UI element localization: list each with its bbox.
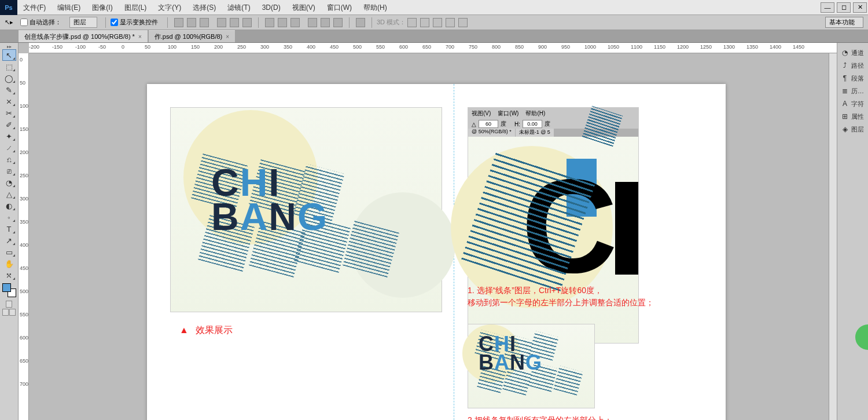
menu-layer[interactable]: 图层(L) xyxy=(119,0,153,15)
eraser-tool[interactable]: ⎚ xyxy=(2,165,16,177)
paragraph-icon: ¶ xyxy=(841,74,849,82)
align-icon[interactable] xyxy=(200,18,209,27)
separator xyxy=(258,17,259,28)
window-controls: — ◻ ✕ xyxy=(819,1,868,14)
options-bar: ↖▸ 自动选择： 图层 显示变换控件 3D 模式： 基本功能 xyxy=(0,15,868,30)
menu-3d[interactable]: 3D(D) xyxy=(256,0,286,15)
screen-mode xyxy=(0,309,18,316)
auto-select-checkbox[interactable]: 自动选择： xyxy=(20,18,61,27)
3d-icon[interactable] xyxy=(446,18,455,27)
dock-paragraph[interactable]: ¶段落 xyxy=(837,72,868,85)
dock-history[interactable]: ≣历… xyxy=(837,85,868,97)
brush-tool[interactable]: ✦ xyxy=(2,130,16,142)
document-tab[interactable]: 作.psd @ 100%(RGB/8) × xyxy=(149,30,235,42)
canvas[interactable]: CHI BANG ▲ 效果展示 视图(V) 窗口(W) 帮助(H) xyxy=(29,53,829,420)
tab-close-icon[interactable]: × xyxy=(226,34,229,40)
3d-icon[interactable] xyxy=(458,18,468,27)
ruler-vertical: 0501001502002503003504004505005506006507… xyxy=(19,53,29,420)
menu-help[interactable]: 帮助(H) xyxy=(358,0,393,15)
align-icon[interactable] xyxy=(230,18,239,27)
marquee-tool[interactable]: ⬚ xyxy=(2,61,16,72)
menu-window[interactable]: 窗口(W) xyxy=(321,0,358,15)
distribute-icon[interactable] xyxy=(333,18,343,27)
menu-file[interactable]: 文件(F) xyxy=(17,0,52,15)
standard-mode[interactable] xyxy=(6,301,12,308)
channels-icon: ◔ xyxy=(841,49,849,57)
angle-icon: △ xyxy=(472,121,476,127)
scrollbar-vertical[interactable] xyxy=(829,53,837,420)
menu-filter[interactable]: 滤镜(T) xyxy=(222,0,256,15)
shape-tool[interactable]: ▭ xyxy=(2,246,16,258)
mask-mode xyxy=(0,301,18,308)
align-icon[interactable] xyxy=(242,18,252,27)
mini-menu-help[interactable]: 帮助(H) xyxy=(525,109,545,118)
dodge-tool[interactable]: ◐ xyxy=(2,200,16,211)
properties-icon: ⊞ xyxy=(841,112,849,120)
minimize-button[interactable]: — xyxy=(821,2,834,13)
show-transform-checkbox[interactable]: 显示变换控件 xyxy=(111,18,158,27)
angle-input[interactable] xyxy=(479,120,498,128)
tab-label: 创意线条字步骤.psd @ 100%(RGB/8) * xyxy=(24,32,135,41)
blur-tool[interactable]: △ xyxy=(2,188,16,200)
maximize-button[interactable]: ◻ xyxy=(837,2,851,13)
distribute-icon[interactable] xyxy=(278,18,287,27)
toolbox: ▸▸ ↖ ⬚ ◯ ✎ ⨯ ✂ ✐ ✦ ⟋ ⎌ ⎚ ◔ △ ◐ ◦ T ↗ ▭ ✋… xyxy=(0,43,19,420)
move-tool-icon[interactable]: ↖▸ xyxy=(5,19,13,26)
zoom-tool[interactable]: ⤲ xyxy=(2,269,16,281)
menu-edit[interactable]: 编辑(E) xyxy=(52,0,86,15)
dock-properties[interactable]: ⊞属性 xyxy=(837,110,868,123)
mini-menu-view[interactable]: 视图(V) xyxy=(472,109,491,118)
menu-text[interactable]: 文字(Y) xyxy=(152,0,187,15)
auto-select-target[interactable]: 图层 xyxy=(69,17,97,28)
h-label: H: xyxy=(514,121,520,127)
dock-paths[interactable]: ⤴路径 xyxy=(837,59,868,72)
distribute-icon[interactable] xyxy=(356,18,365,27)
tab-close-icon[interactable]: × xyxy=(138,34,142,40)
3d-icon[interactable] xyxy=(420,18,429,27)
align-icon[interactable] xyxy=(187,18,196,27)
align-icon[interactable] xyxy=(174,18,183,27)
mini-tab[interactable]: @ 50%(RGB/8) * xyxy=(468,129,515,137)
menu-image[interactable]: 图像(I) xyxy=(86,0,118,15)
distribute-icon[interactable] xyxy=(265,18,274,27)
3d-icon[interactable] xyxy=(407,18,417,27)
path-select-tool[interactable]: ↗ xyxy=(2,235,16,246)
screen-mode-btn[interactable] xyxy=(2,309,9,316)
menu-view[interactable]: 视图(V) xyxy=(286,0,321,15)
dock-layers[interactable]: ◈图层 xyxy=(837,123,868,136)
lasso-tool[interactable]: ◯ xyxy=(2,72,16,84)
distribute-icon[interactable] xyxy=(290,18,300,27)
caption-text: 效果展示 xyxy=(196,325,233,335)
dock-channels[interactable]: ◔通道 xyxy=(837,46,868,59)
stamp-tool[interactable]: ⟋ xyxy=(2,142,16,154)
quick-select-tool[interactable]: ✎ xyxy=(2,84,16,96)
move-tool[interactable]: ↖ xyxy=(2,49,16,61)
align-icon[interactable] xyxy=(217,18,226,27)
distribute-icon[interactable] xyxy=(321,18,330,27)
distribute-icon[interactable] xyxy=(308,18,317,27)
close-button[interactable]: ✕ xyxy=(853,2,867,13)
hand-tool[interactable]: ✋ xyxy=(2,258,16,269)
fg-color[interactable] xyxy=(2,283,11,292)
show-transform-label: 显示变换控件 xyxy=(120,18,158,27)
menubar: Ps 文件(F) 编辑(E) 图像(I) 图层(L) 文字(Y) 选择(S) 滤… xyxy=(0,0,868,15)
crop-tool[interactable]: ⨯ xyxy=(2,96,16,107)
auto-select-label: 自动选择： xyxy=(30,18,61,27)
screen-mode-btn[interactable] xyxy=(9,309,16,316)
color-swatches[interactable] xyxy=(2,283,16,297)
history-brush-tool[interactable]: ⎌ xyxy=(2,154,16,165)
pen-tool[interactable]: ◦ xyxy=(2,211,16,223)
menu-select[interactable]: 选择(S) xyxy=(187,0,222,15)
healing-tool[interactable]: ✐ xyxy=(2,119,16,130)
dock-character[interactable]: A字符 xyxy=(837,97,868,110)
gradient-tool[interactable]: ◔ xyxy=(2,177,16,188)
h-input[interactable] xyxy=(523,120,542,128)
step-1-text: 1. 选择“线条”图层，Ctrl+T旋转60度， 移动到第一个字母的左半部分上并… xyxy=(468,284,711,309)
3d-icon[interactable] xyxy=(433,18,442,27)
document-tab[interactable]: 创意线条字步骤.psd @ 100%(RGB/8) * × xyxy=(19,30,148,42)
eyedropper-tool[interactable]: ✂ xyxy=(2,107,16,119)
mini-tab[interactable]: 未标题-1 @ 5 xyxy=(516,129,554,137)
mini-menu-window[interactable]: 窗口(W) xyxy=(498,109,518,118)
workspace-selector[interactable]: 基本功能 xyxy=(825,17,863,28)
type-tool[interactable]: T xyxy=(2,223,16,235)
